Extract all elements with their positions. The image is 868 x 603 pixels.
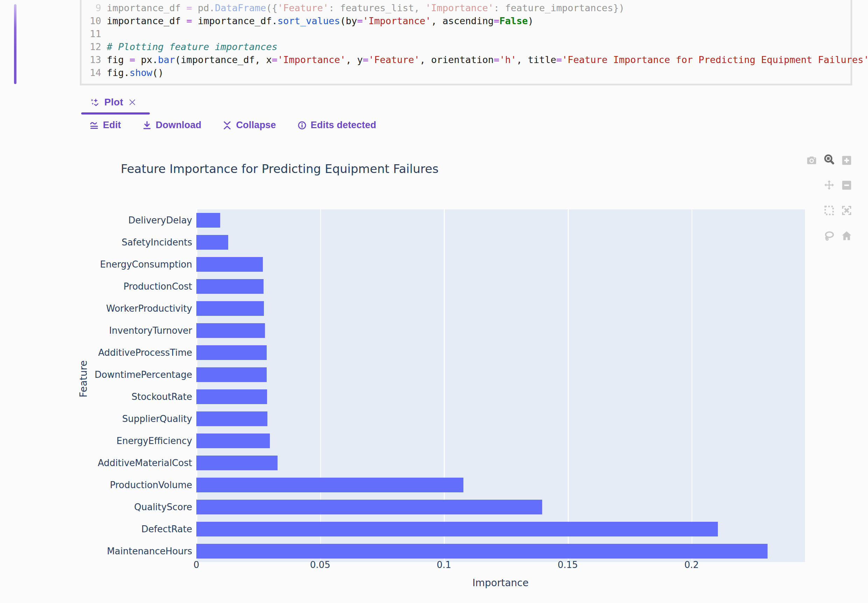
- edit-icon: [89, 121, 99, 130]
- bar[interactable]: [196, 279, 264, 294]
- bar[interactable]: [196, 522, 718, 537]
- line-number: 13: [82, 53, 101, 66]
- bar[interactable]: [196, 390, 267, 404]
- code-line[interactable]: 11: [82, 27, 851, 40]
- tab-plot-label: Plot: [104, 97, 123, 108]
- zoom-out-icon[interactable]: [841, 179, 853, 191]
- bar[interactable]: [196, 323, 265, 338]
- bar-row: StockoutRate: [196, 386, 805, 408]
- y-tick-label: WorkerProductivity: [106, 298, 192, 320]
- bar-row: SupplierQuality: [196, 408, 805, 430]
- code-editor[interactable]: 9importance_df = pd.DataFrame({'Feature'…: [80, 0, 852, 85]
- y-tick-label: EnergyConsumption: [100, 254, 192, 275]
- bar-row: InventoryTurnover: [196, 320, 805, 342]
- bar[interactable]: [196, 213, 220, 227]
- x-tick-label: 0: [194, 560, 199, 570]
- y-tick-label: EnergyEfficiency: [117, 430, 192, 452]
- close-icon[interactable]: [128, 98, 137, 107]
- reset-home-icon[interactable]: [841, 230, 853, 242]
- plot-toolbar: Edit Download Collapse Edits detected: [89, 120, 376, 131]
- bar[interactable]: [196, 456, 278, 470]
- download-button[interactable]: Download: [142, 120, 202, 131]
- y-tick-label: InventoryTurnover: [109, 320, 192, 342]
- bar[interactable]: [196, 235, 228, 250]
- bar-row: DowntimePercentage: [196, 364, 805, 386]
- y-tick-label: SafetyIncidents: [122, 232, 192, 254]
- y-tick-label: StockoutRate: [132, 386, 192, 408]
- info-icon: [297, 121, 307, 130]
- code-line[interactable]: 12# Plotting feature importances: [82, 40, 851, 53]
- collapse-button[interactable]: Collapse: [222, 120, 276, 131]
- line-number: 10: [82, 14, 101, 27]
- zoom-in-icon[interactable]: [841, 155, 853, 166]
- line-number: 11: [82, 27, 101, 40]
- bar[interactable]: [196, 301, 264, 316]
- bar-row: AdditiveMaterialCost: [196, 452, 805, 474]
- bar[interactable]: [196, 433, 270, 448]
- bar-row: DefectRate: [196, 518, 805, 540]
- x-tick-label: 0.05: [310, 560, 330, 570]
- bar-row: QualityScore: [196, 496, 805, 518]
- bar-row: MaintenanceHours: [196, 540, 805, 562]
- code-line[interactable]: 9importance_df = pd.DataFrame({'Feature'…: [82, 2, 851, 14]
- line-number: 12: [82, 40, 101, 53]
- bar[interactable]: [196, 500, 542, 515]
- autoscale-icon[interactable]: [841, 204, 853, 216]
- zoom-icon[interactable]: [823, 153, 835, 165]
- y-tick-label: AdditiveMaterialCost: [98, 452, 192, 474]
- y-tick-label: QualityScore: [134, 496, 192, 518]
- x-tick-label: 0.15: [558, 560, 578, 570]
- y-tick-label: SupplierQuality: [122, 408, 192, 430]
- bar-row: WorkerProductivity: [196, 298, 805, 320]
- cell-active-indicator: [14, 4, 17, 84]
- bar-row: EnergyConsumption: [196, 254, 805, 275]
- bar-row: ProductionVolume: [196, 474, 805, 496]
- sparkles-icon: [89, 97, 100, 108]
- bar[interactable]: [196, 544, 768, 558]
- plot-area[interactable]: DeliveryDelaySafetyIncidentsEnergyConsum…: [196, 209, 805, 562]
- bar[interactable]: [196, 411, 267, 426]
- edits-detected-status: Edits detected: [297, 120, 376, 131]
- bar-row: AdditiveProcessTime: [196, 342, 805, 364]
- y-tick-label: DefectRate: [142, 518, 192, 540]
- bar[interactable]: [196, 367, 267, 382]
- y-tick-label: MaintenanceHours: [107, 540, 192, 562]
- bar[interactable]: [196, 257, 263, 272]
- tab-plot[interactable]: Plot: [89, 97, 137, 108]
- pan-icon[interactable]: [823, 179, 835, 191]
- bar-row: ProductionCost: [196, 275, 805, 298]
- code-line[interactable]: 14fig.show(): [82, 66, 851, 79]
- y-tick-label: DeliveryDelay: [128, 209, 192, 232]
- y-axis-title: Feature: [78, 360, 89, 397]
- download-icon: [142, 121, 152, 130]
- edit-button[interactable]: Edit: [89, 120, 121, 131]
- y-tick-label: ProductionCost: [123, 275, 192, 298]
- camera-icon[interactable]: [806, 155, 818, 166]
- code-line[interactable]: 10importance_df = importance_df.sort_val…: [82, 14, 851, 27]
- collapse-icon: [222, 121, 232, 130]
- lasso-icon[interactable]: [823, 230, 835, 242]
- bar-row: DeliveryDelay: [196, 209, 805, 232]
- x-tick-label: 0.2: [684, 560, 698, 570]
- y-tick-label: DowntimePercentage: [94, 364, 192, 386]
- chart-title: Feature Importance for Predicting Equipm…: [121, 162, 439, 176]
- box-select-icon[interactable]: [823, 204, 835, 216]
- code-line[interactable]: 13fig = px.bar(importance_df, x='Importa…: [82, 53, 851, 66]
- line-number: 9: [82, 2, 101, 14]
- bar-row: SafetyIncidents: [196, 232, 805, 254]
- active-tab-underline: [81, 113, 150, 114]
- x-axis-title: Importance: [472, 577, 529, 589]
- y-tick-label: ProductionVolume: [110, 474, 192, 496]
- line-number: 14: [82, 66, 101, 79]
- bar[interactable]: [196, 345, 267, 360]
- bar[interactable]: [196, 478, 463, 492]
- bar-row: EnergyEfficiency: [196, 430, 805, 452]
- x-tick-label: 0.1: [437, 560, 451, 570]
- y-tick-label: AdditiveProcessTime: [98, 342, 192, 364]
